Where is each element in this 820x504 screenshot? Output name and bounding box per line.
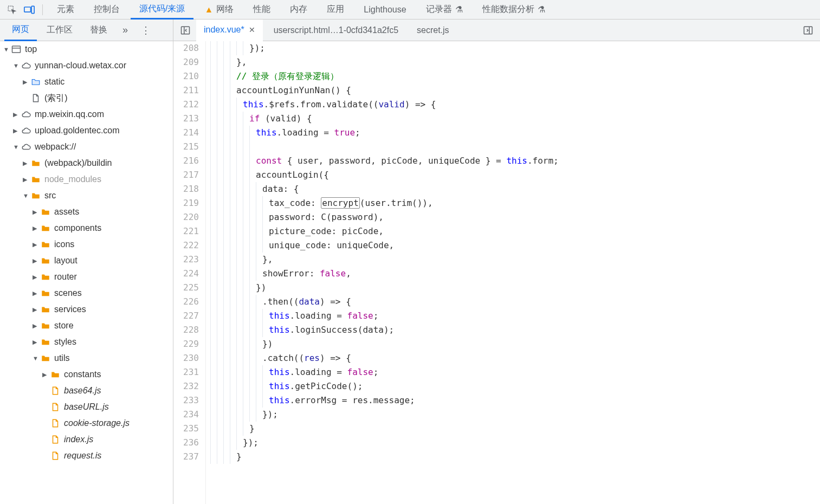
close-icon[interactable]: ✕ [249,25,255,34]
tree-arrow-icon[interactable]: ▶ [23,176,30,183]
tab-lighthouse[interactable]: Lighthouse [355,0,415,20]
code-line[interactable]: }); [210,436,820,450]
tab-recorder[interactable]: 记录器 ⚗ [417,0,472,20]
line-number[interactable]: 217 [173,168,199,182]
inspect-icon[interactable] [4,2,20,17]
tree-arrow-icon[interactable]: ▶ [33,274,40,281]
code-area[interactable]: });},// 登录（原有登录逻辑）accountLoginYunNan() {… [206,41,820,504]
tree-item[interactable]: ▶services [0,301,173,318]
tree-item[interactable]: ▶mp.weixin.qq.com [0,106,173,122]
device-toggle-icon[interactable] [22,2,37,17]
code-line[interactable]: }) [210,281,820,295]
tab-application[interactable]: 应用 [318,0,353,20]
tree-item[interactable]: ▶layout [0,253,173,269]
line-number[interactable]: 213 [173,112,199,126]
tree-arrow-icon[interactable]: ▶ [33,225,40,232]
line-number[interactable]: 208 [173,41,199,55]
tab-console[interactable]: 控制台 [85,0,128,20]
code-line[interactable]: this.getPicCode(); [210,379,820,393]
line-number[interactable]: 234 [173,408,199,422]
tree-arrow-icon[interactable]: ▶ [33,339,40,346]
tree-arrow-icon[interactable]: ▶ [33,290,40,297]
line-number[interactable]: 210 [173,69,199,83]
tree-item[interactable]: ▶static [0,74,173,90]
line-number[interactable]: 233 [173,393,199,408]
line-number[interactable]: 223 [173,253,199,267]
tree-arrow-icon[interactable]: ▼ [23,192,30,199]
tree-arrow-icon[interactable]: ▶ [33,209,40,216]
code-line[interactable]: this.loading = false; [210,365,820,379]
line-number[interactable]: 220 [173,210,199,224]
code-line[interactable]: this.errorMsg = res.message; [210,393,820,408]
line-number[interactable]: 221 [173,224,199,238]
tab-perf-insights[interactable]: 性能数据分析 ⚗ [474,0,554,20]
line-number[interactable]: 219 [173,196,199,210]
code-line[interactable]: }) [210,337,820,351]
code-line[interactable]: // 登录（原有登录逻辑） [210,69,820,83]
code-line[interactable]: data: { [210,182,820,196]
line-number[interactable]: 232 [173,379,199,393]
code-line[interactable]: }); [210,41,820,55]
code-line[interactable]: if (valid) { [210,112,820,126]
code-line[interactable]: this.loginSuccess(data); [210,323,820,337]
tree-item[interactable]: cookie-storage.js [0,415,173,431]
tree-arrow-icon[interactable]: ▶ [33,241,40,248]
code-line[interactable]: this.$refs.from.validate((valid) => { [210,98,820,112]
line-number[interactable]: 211 [173,83,199,98]
line-number[interactable]: 209 [173,55,199,69]
tree-item[interactable]: ▶upload.goldentec.com [0,122,173,139]
file-tab-userscript[interactable]: userscript.html…1-0cfd341a2fc5 [266,20,406,41]
line-number[interactable]: 228 [173,323,199,337]
line-number[interactable]: 235 [173,422,199,436]
line-number[interactable]: 216 [173,154,199,168]
tab-elements[interactable]: 元素 [48,0,83,20]
code-line[interactable]: showError: false, [210,267,820,281]
tree-item[interactable]: (索引) [0,90,173,106]
line-number[interactable]: 224 [173,267,199,281]
tree-arrow-icon[interactable]: ▼ [13,144,21,150]
tree-item[interactable]: ▶router [0,269,173,285]
code-line[interactable]: .then((data) => { [210,295,820,309]
tree-arrow-icon[interactable]: ▶ [33,322,40,329]
code-line[interactable]: accountLoginYunNan() { [210,83,820,98]
toggle-debugger-icon[interactable] [800,23,816,38]
line-number[interactable]: 227 [173,309,199,323]
tree-item[interactable]: ▶assets [0,204,173,220]
tree-arrow-icon[interactable]: ▼ [13,62,21,69]
line-number[interactable]: 237 [173,450,199,464]
code-line[interactable]: tax_code: encrypt(user.trim()), [210,196,820,210]
code-line[interactable]: this.loading = true; [210,126,820,140]
tree-item[interactable]: ▶(webpack)/buildin [0,155,173,171]
tree-arrow-icon[interactable]: ▼ [3,46,11,53]
code-line[interactable]: picture_code: picCode, [210,224,820,238]
code-editor[interactable]: 2082092102112122132142152162172182192202… [173,41,820,504]
code-line[interactable]: } [210,450,820,464]
code-line[interactable]: .catch((res) => { [210,351,820,365]
line-number[interactable]: 225 [173,281,199,295]
navigator-tab-menu[interactable]: ⋮ [135,24,156,36]
navigator-tab-page[interactable]: 网页 [4,20,37,41]
code-line[interactable]: }, [210,55,820,69]
line-number[interactable]: 218 [173,182,199,196]
tree-arrow-icon[interactable]: ▶ [23,160,30,167]
tree-item[interactable]: ▼top [0,41,173,57]
file-tree[interactable]: ▼top▼yunnan-cloud.wetax.cor▶static(索引)▶m… [0,41,173,504]
code-line[interactable]: }, [210,253,820,267]
code-line[interactable]: } [210,422,820,436]
tree-arrow-icon[interactable]: ▶ [13,111,21,118]
code-line[interactable]: }); [210,408,820,422]
tree-item[interactable]: baseURL.js [0,399,173,415]
tree-item[interactable]: ▶node_modules [0,171,173,188]
line-number[interactable]: 215 [173,140,199,154]
navigator-tab-workspace[interactable]: 工作区 [39,20,80,41]
tree-item[interactable]: ▼src [0,188,173,204]
tree-arrow-icon[interactable]: ▶ [13,127,21,134]
tree-item[interactable]: ▶constants [0,366,173,383]
code-line[interactable]: password: C(password), [210,210,820,224]
line-number[interactable]: 229 [173,337,199,351]
code-line[interactable]: this.loading = false; [210,309,820,323]
line-number[interactable]: 230 [173,351,199,365]
tree-arrow-icon[interactable]: ▶ [42,371,50,378]
file-tab-secret[interactable]: secret.js [409,20,457,41]
tree-arrow-icon[interactable]: ▶ [33,257,40,264]
